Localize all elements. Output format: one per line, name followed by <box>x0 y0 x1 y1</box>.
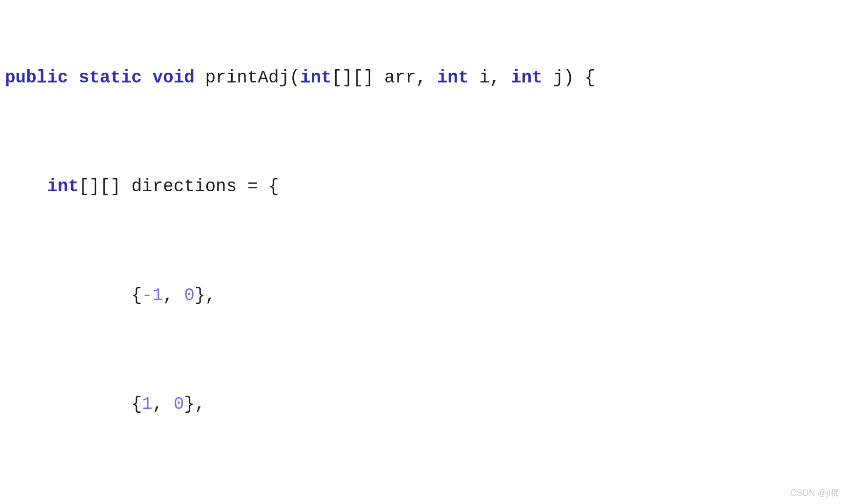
code-line-4: {1, 0}, <box>5 391 840 418</box>
param-i: i, <box>469 68 511 88</box>
keyword-int-3: int <box>511 68 543 88</box>
code-line-2: int[][] directions = { <box>5 173 840 201</box>
watermark-text: CSDN @jl稀 <box>790 486 839 500</box>
directions-decl: [][] directions = { <box>79 177 279 197</box>
num-0-1: 0 <box>184 285 195 305</box>
code-container: public static void printAdj(int[][] arr,… <box>5 10 840 504</box>
code-line-3: {-1, 0}, <box>5 282 840 309</box>
num-neg1-1: -1 <box>142 285 163 305</box>
code-line-1: public static void printAdj(int[][] arr,… <box>5 64 840 92</box>
param-j: j) { <box>543 68 595 88</box>
keyword-int-2: int <box>437 68 469 88</box>
keyword-public: public static void <box>5 68 205 88</box>
num-0-2: 0 <box>174 394 184 414</box>
num-1-1: 1 <box>142 394 153 414</box>
method-name: printAdj( <box>205 68 300 88</box>
code-line-5: {0, -1}, <box>5 500 840 504</box>
param-arr: [][] arr, <box>332 68 437 88</box>
keyword-int-arr: int <box>47 177 79 197</box>
keyword-int-1: int <box>300 68 332 88</box>
